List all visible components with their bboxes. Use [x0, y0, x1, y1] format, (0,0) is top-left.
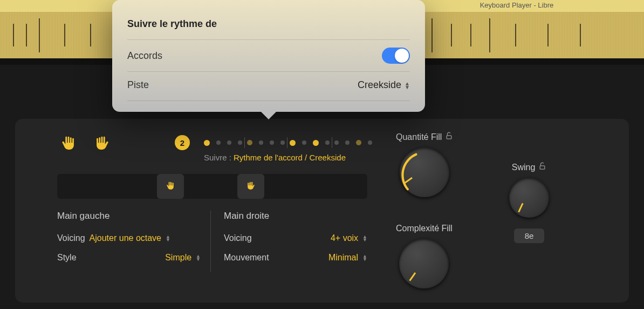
pattern-selector[interactable]: 2 [175, 135, 374, 150]
voicing-label: Voicing [224, 233, 252, 243]
fill-amount-knob[interactable] [400, 147, 449, 197]
voicing-label: Voicing [57, 233, 85, 243]
accords-toggle[interactable] [382, 48, 410, 64]
session-player-editor: 2 Suivre : Rythme de l'accord / Creeksid… [15, 119, 629, 303]
left-hand-heading: Main gauche [57, 211, 201, 221]
chevron-updown-icon: ▲▼ [405, 82, 410, 89]
fill-complexity-knob[interactable] [399, 239, 449, 288]
accords-label: Accords [127, 50, 162, 62]
popover-heading: Suivre le rythme de [127, 18, 410, 30]
left-hand-position-button[interactable] [157, 174, 184, 199]
chevron-updown-icon: ▲▼ [362, 235, 367, 241]
right-hand-heading: Main droite [224, 211, 367, 221]
follow-popover: Suivre le rythme de Accords Piste Creeks… [112, 0, 425, 112]
piste-label: Piste [127, 79, 149, 91]
left-hand-icon[interactable] [59, 135, 78, 156]
left-hand-column: Main gauche Voicing Ajouter une octave ▲… [57, 211, 210, 272]
fill-complexity-label: Complexité Fill [396, 224, 453, 233]
right-voicing-select[interactable]: 4+ voix ▲▼ [331, 233, 367, 243]
style-label: Style [57, 253, 77, 263]
follow-label: Suivre : Rythme de l'accord / Creekside [204, 153, 346, 162]
right-hand-icon[interactable] [93, 135, 111, 156]
piste-select[interactable]: Creekside ▲▼ [358, 79, 410, 91]
unlock-icon[interactable] [538, 162, 546, 172]
track-title: Keyboard Player - Libre [436, 1, 598, 9]
svg-rect-1 [540, 166, 545, 169]
fill-amount-label: Quantité Fill [396, 132, 442, 142]
movement-label: Mouvement [224, 253, 269, 263]
right-movement-select[interactable]: Minimal ▲▼ [328, 253, 367, 263]
chevron-updown-icon: ▲▼ [362, 254, 367, 261]
swing-knob[interactable] [509, 178, 549, 218]
unlock-icon[interactable] [445, 132, 453, 142]
pattern-number-badge[interactable]: 2 [175, 135, 190, 150]
chevron-updown-icon: ▲▼ [196, 254, 201, 261]
hand-position-strip [57, 174, 367, 199]
left-style-select[interactable]: Simple ▲▼ [165, 253, 201, 263]
right-hand-column: Main droite Voicing 4+ voix ▲▼ Mouvement… [210, 211, 367, 272]
swing-mode-button[interactable]: 8e [514, 229, 545, 243]
swing-label: Swing [512, 163, 536, 172]
chevron-updown-icon: ▲▼ [166, 235, 170, 241]
svg-rect-0 [447, 136, 452, 139]
left-voicing-select[interactable]: Ajouter une octave ▲▼ [90, 233, 170, 243]
right-hand-position-button[interactable] [237, 174, 264, 199]
